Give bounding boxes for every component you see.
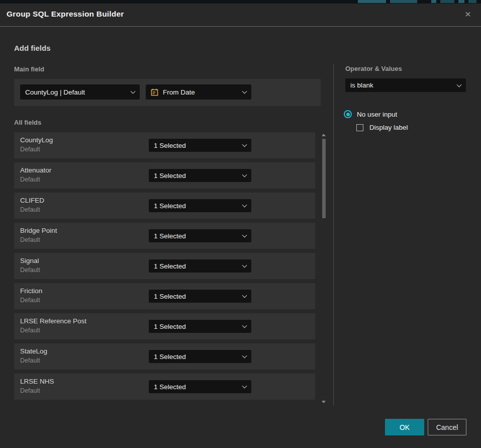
field-name: LRSE NHS xyxy=(20,378,54,385)
main-field-field-dropdown[interactable]: From Date xyxy=(146,84,251,100)
field-selected-value: 1 Selected xyxy=(154,142,239,149)
dialog-titlebar: Group SQL Expression Builder × xyxy=(0,4,481,27)
chevron-down-icon xyxy=(242,203,247,208)
field-sublabel: Default xyxy=(20,266,40,274)
main-field-source-value: CountyLog | Default xyxy=(25,88,127,96)
field-selected-value: 1 Selected xyxy=(154,323,239,330)
calendar-icon xyxy=(151,88,158,96)
main-field-field-value: From Date xyxy=(163,88,239,96)
scrollbar-up-arrow[interactable] xyxy=(322,134,326,136)
field-selected-value: 1 Selected xyxy=(154,232,239,240)
close-icon[interactable]: × xyxy=(463,9,473,19)
display-label-checkbox[interactable]: Display label xyxy=(356,124,408,131)
field-selected-dropdown[interactable]: 1 Selected xyxy=(149,139,251,152)
field-selected-dropdown[interactable]: 1 Selected xyxy=(149,259,251,273)
field-selected-dropdown[interactable]: 1 Selected xyxy=(149,320,251,333)
all-fields-heading: All fields xyxy=(14,119,41,126)
field-selected-value: 1 Selected xyxy=(154,172,239,180)
field-row: Attenuator Default 1 Selected xyxy=(14,162,315,189)
field-name: Bridge Point xyxy=(20,227,57,234)
chevron-down-icon xyxy=(242,142,247,147)
field-selected-value: 1 Selected xyxy=(154,202,239,210)
field-selected-value: 1 Selected xyxy=(154,262,239,270)
background-app-strip xyxy=(0,0,481,4)
main-field-panel: CountyLog | Default From Date xyxy=(14,79,321,106)
main-field-heading: Main field xyxy=(14,65,44,73)
operator-value: is blank xyxy=(350,81,453,89)
field-row: LRSE NHS Default 1 Selected xyxy=(14,374,315,400)
field-sublabel: Default xyxy=(20,387,40,394)
field-row: CountyLog Default 1 Selected xyxy=(14,132,315,158)
field-row: Bridge Point Default 1 Selected xyxy=(14,223,315,249)
field-name: Attenuator xyxy=(20,166,51,174)
chevron-down-icon xyxy=(242,323,247,328)
operator-values-heading: Operator & Values xyxy=(345,65,402,72)
background-artifact xyxy=(358,0,386,3)
scrollbar-down-arrow[interactable] xyxy=(322,401,326,403)
screen: Group SQL Expression Builder × Add field… xyxy=(0,0,481,448)
field-selected-dropdown[interactable]: 1 Selected xyxy=(149,350,251,363)
no-user-input-label: No user input xyxy=(357,111,397,118)
no-user-input-radio[interactable]: No user input xyxy=(344,110,397,118)
main-field-source-dropdown[interactable]: CountyLog | Default xyxy=(20,84,140,100)
field-selected-dropdown[interactable]: 1 Selected xyxy=(149,229,251,242)
field-selected-dropdown[interactable]: 1 Selected xyxy=(149,199,251,212)
chevron-down-icon xyxy=(457,82,462,87)
background-artifact xyxy=(390,0,417,3)
radio-selected-icon xyxy=(344,110,352,118)
background-artifact xyxy=(468,0,476,3)
chevron-down-icon xyxy=(242,263,247,268)
ok-button[interactable]: OK xyxy=(385,419,424,435)
field-selected-dropdown[interactable]: 1 Selected xyxy=(149,380,251,393)
chevron-down-icon xyxy=(242,353,247,359)
scrollbar-thumb[interactable] xyxy=(322,139,326,218)
field-name: CLIFED xyxy=(20,197,44,204)
chevron-down-icon xyxy=(242,293,247,298)
field-sublabel: Default xyxy=(20,297,40,304)
field-selected-value: 1 Selected xyxy=(154,383,239,391)
background-artifact xyxy=(458,0,464,3)
chevron-down-icon xyxy=(242,384,247,389)
background-artifact xyxy=(431,0,436,3)
field-row: StateLog Default 1 Selected xyxy=(14,343,315,370)
field-selected-dropdown[interactable]: 1 Selected xyxy=(149,290,251,303)
chevron-down-icon xyxy=(242,233,247,238)
field-selected-value: 1 Selected xyxy=(154,353,239,361)
background-artifact xyxy=(440,0,454,3)
field-row: LRSE Reference Post Default 1 Selected xyxy=(14,313,315,339)
field-selected-dropdown[interactable]: 1 Selected xyxy=(149,169,251,182)
field-sublabel: Default xyxy=(20,357,40,364)
field-sublabel: Default xyxy=(20,327,40,334)
field-sublabel: Default xyxy=(20,146,40,153)
chevron-down-icon xyxy=(242,89,247,94)
chevron-down-icon xyxy=(131,89,136,94)
field-sublabel: Default xyxy=(20,206,40,213)
operator-dropdown[interactable]: is blank xyxy=(345,78,466,92)
add-fields-heading: Add fields xyxy=(14,44,51,52)
field-name: LRSE Reference Post xyxy=(20,317,86,325)
group-sql-expression-builder-dialog: Group SQL Expression Builder × Add field… xyxy=(0,4,481,448)
field-row: Friction Default 1 Selected xyxy=(14,283,315,309)
dialog-title: Group SQL Expression Builder xyxy=(7,10,124,19)
chevron-down-icon xyxy=(242,172,247,177)
vertical-divider xyxy=(333,64,334,406)
cancel-button[interactable]: Cancel xyxy=(428,419,466,435)
field-row: CLIFED Default 1 Selected xyxy=(14,193,315,219)
field-selected-value: 1 Selected xyxy=(154,293,239,300)
field-name: Signal xyxy=(20,257,39,264)
field-name: StateLog xyxy=(20,347,47,355)
field-sublabel: Default xyxy=(20,236,40,243)
field-name: CountyLog xyxy=(20,136,53,144)
field-name: Friction xyxy=(20,287,42,295)
display-label-text: Display label xyxy=(369,124,408,131)
checkbox-unchecked-icon xyxy=(356,124,363,131)
field-sublabel: Default xyxy=(20,176,40,183)
field-row: Signal Default 1 Selected xyxy=(14,253,315,279)
